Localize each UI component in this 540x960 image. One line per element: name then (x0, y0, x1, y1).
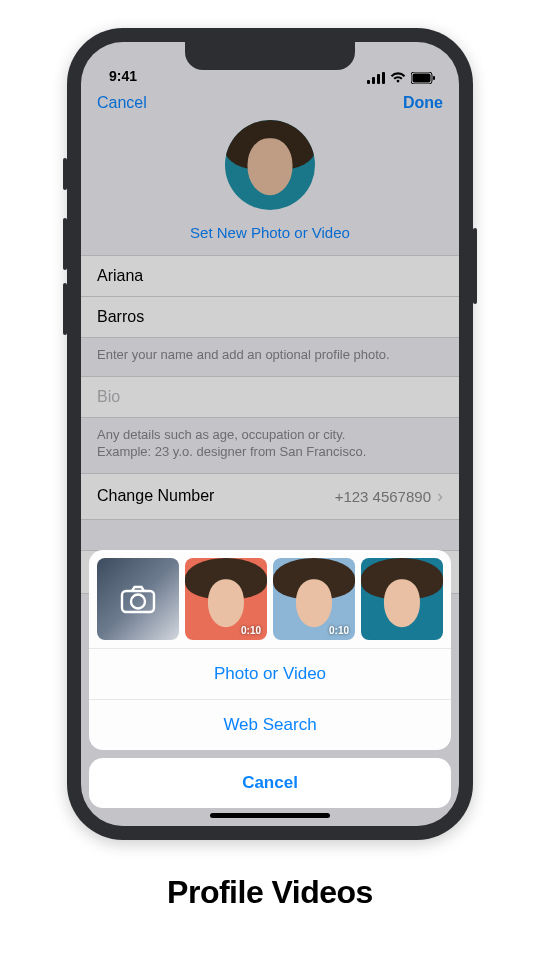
video-duration-badge: 0:10 (329, 625, 349, 636)
photo-picker-sheet: 0:10 0:10 Photo or Video Web Search Canc… (89, 550, 451, 808)
camera-icon (120, 584, 156, 614)
media-thumbnail[interactable]: 0:10 (273, 558, 355, 640)
mute-switch (63, 158, 67, 190)
power-button (473, 228, 477, 304)
photo-or-video-option[interactable]: Photo or Video (89, 648, 451, 699)
screen: 9:41 Cancel Done Set New Photo or Video (81, 42, 459, 826)
volume-down-button (63, 283, 67, 335)
phone-frame: 9:41 Cancel Done Set New Photo or Video (67, 28, 473, 840)
media-thumbnails-row: 0:10 0:10 (89, 550, 451, 648)
svg-point-8 (131, 595, 145, 609)
page-caption: Profile Videos (167, 874, 373, 911)
notch (185, 42, 355, 70)
web-search-option[interactable]: Web Search (89, 699, 451, 750)
sheet-cancel-button[interactable]: Cancel (89, 758, 451, 808)
home-indicator[interactable] (210, 813, 330, 818)
volume-up-button (63, 218, 67, 270)
video-duration-badge: 0:10 (241, 625, 261, 636)
media-thumbnail[interactable] (361, 558, 443, 640)
sheet-main-group: 0:10 0:10 Photo or Video Web Search (89, 550, 451, 750)
media-thumbnail[interactable]: 0:10 (185, 558, 267, 640)
camera-thumbnail[interactable] (97, 558, 179, 640)
